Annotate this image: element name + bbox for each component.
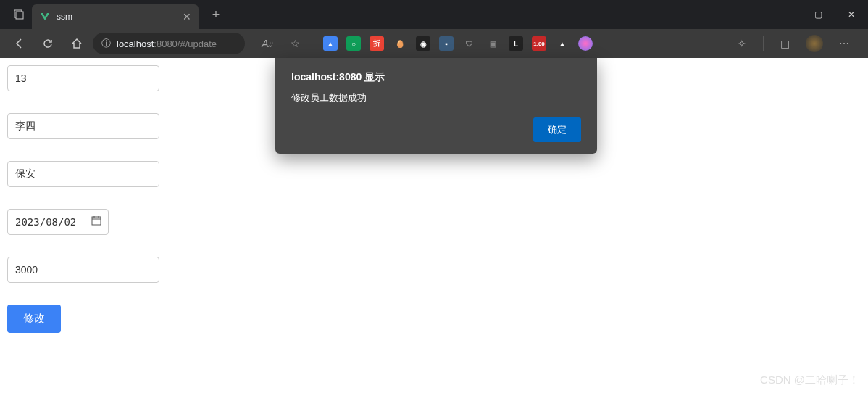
role-field[interactable] <box>7 161 159 187</box>
favorite-icon[interactable]: ☆ <box>284 33 306 54</box>
alert-message: 修改员工数据成功 <box>291 91 581 104</box>
more-icon[interactable]: ⋯ <box>833 33 855 54</box>
vue-favicon-icon <box>39 11 51 22</box>
url-actions: A)) ☆ <box>256 33 306 54</box>
extensions: ▲ ○ 折 🥚 ◉ ▪ 🛡 ▣ L 1.00 ▲ <box>323 36 593 51</box>
alert-actions: 确定 <box>291 117 581 142</box>
home-button[interactable] <box>64 32 90 55</box>
window-titlebar: ssm ✕ + ─ ▢ ✕ <box>0 0 868 29</box>
id-field[interactable] <box>7 65 159 91</box>
alert-ok-button[interactable]: 确定 <box>533 117 581 142</box>
ext-collections-icon[interactable]: ▣ <box>485 36 500 51</box>
tab-area: ssm ✕ + <box>0 0 226 29</box>
ext-dark-icon[interactable]: ◉ <box>416 36 430 51</box>
name-field[interactable] <box>7 113 159 139</box>
minimize-button[interactable]: ─ <box>768 0 801 29</box>
ext-egg-icon[interactable]: 🥚 <box>393 36 407 51</box>
date-field[interactable] <box>7 209 109 235</box>
ext-colorful-icon[interactable] <box>578 36 593 51</box>
address-bar: ⓘ localhost:8080/#/update A)) ☆ ▲ ○ 折 🥚 … <box>0 29 868 58</box>
url-host: localhost <box>117 38 154 49</box>
info-icon: ⓘ <box>101 37 111 50</box>
new-tab-button[interactable]: + <box>206 7 226 22</box>
ext-image-icon[interactable]: ▲ <box>323 36 338 51</box>
url-path: /#/update <box>178 38 217 49</box>
profile-avatar-icon[interactable] <box>806 35 823 52</box>
refresh-button[interactable] <box>35 32 61 55</box>
back-button[interactable] <box>6 32 32 55</box>
ext-shield-icon[interactable]: 🛡 <box>462 36 477 51</box>
tab-stack-icon[interactable] <box>6 4 32 25</box>
ext-badge-icon[interactable]: 1.00 <box>532 36 546 51</box>
alert-title: localhost:8080 显示 <box>291 71 581 84</box>
svg-rect-1 <box>16 12 23 19</box>
url-input[interactable]: ⓘ localhost:8080/#/update <box>93 33 245 54</box>
close-tab-icon[interactable]: ✕ <box>183 11 191 22</box>
browser-right-controls: ✧ ◫ ⋯ <box>731 33 862 54</box>
ext-blue-icon[interactable]: ▪ <box>439 36 454 51</box>
watermark: CSDN @二哈喇子！ <box>760 373 859 387</box>
salary-field[interactable] <box>7 257 159 283</box>
ext-green-icon[interactable]: ○ <box>346 36 361 51</box>
maximize-button[interactable]: ▢ <box>801 0 835 29</box>
tab-title: ssm <box>57 12 183 22</box>
alert-dialog: localhost:8080 显示 修改员工数据成功 确定 <box>275 58 597 154</box>
url-port: :8080 <box>154 38 178 49</box>
reader-icon[interactable]: A)) <box>256 33 278 54</box>
close-window-button[interactable]: ✕ <box>835 0 868 29</box>
extensions-icon[interactable]: ✧ <box>731 33 753 54</box>
ext-zhe-icon[interactable]: 折 <box>370 36 384 51</box>
url-text: localhost:8080/#/update <box>117 38 217 49</box>
browser-tab[interactable]: ssm ✕ <box>32 4 199 29</box>
ext-l-icon[interactable]: L <box>509 36 523 51</box>
window-controls: ─ ▢ ✕ <box>768 0 868 29</box>
submit-button[interactable]: 修改 <box>7 305 61 333</box>
ext-cone-icon[interactable]: ▲ <box>555 36 569 51</box>
separator <box>763 36 764 51</box>
sidebar-icon[interactable]: ◫ <box>774 33 796 54</box>
